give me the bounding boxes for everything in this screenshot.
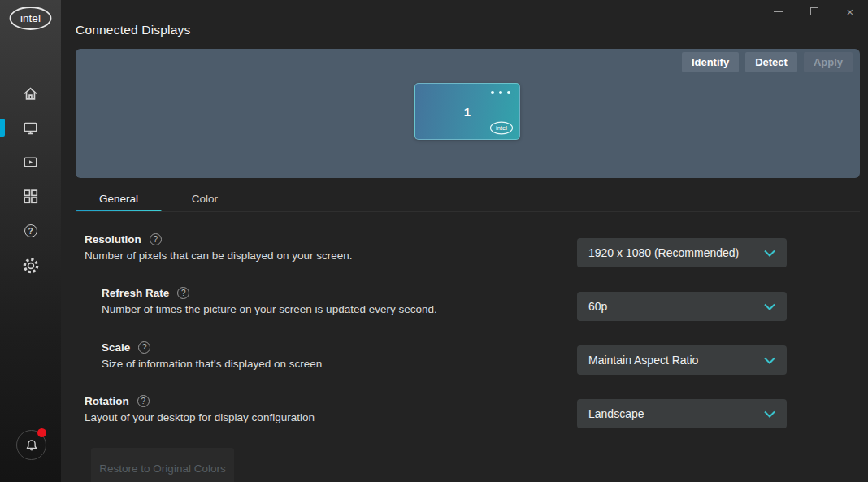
sidebar-item-help[interactable]: ? [0, 214, 61, 248]
active-nav-indicator [0, 119, 5, 137]
chevron-down-icon [764, 410, 775, 418]
intel-graphics-command-center-window: intel ? [0, 0, 868, 482]
tab-bar: General Color [76, 186, 248, 211]
display-preview-panel: Identify Detect Apply 1 intel [76, 49, 860, 178]
rotation-dropdown[interactable]: Landscape [577, 399, 787, 428]
resolution-value: 1920 x 1080 (Recommended) [588, 246, 764, 259]
sidebar-item-settings[interactable] [0, 249, 61, 283]
page-title: Connected Displays [76, 23, 190, 37]
intel-logo-small: intel [489, 121, 514, 135]
svg-text:intel: intel [496, 124, 507, 132]
maximize-icon [810, 7, 818, 15]
display-icon [22, 119, 39, 137]
scale-description: Size of information that's displayed on … [102, 358, 322, 370]
gear-icon [22, 257, 40, 275]
scale-help-icon[interactable]: ? [138, 341, 150, 354]
resolution-setting: Resolution ? Number of pixels that can b… [85, 233, 352, 262]
video-icon [22, 154, 39, 171]
rotation-help-icon[interactable]: ? [137, 395, 150, 407]
scale-label: Scale [102, 341, 130, 354]
minimize-icon [774, 11, 783, 12]
preview-button-group: Identify Detect Apply [682, 52, 853, 72]
refresh-rate-setting: Refresh Rate ? Number of times the pictu… [102, 287, 437, 315]
sidebar: intel ? [0, 0, 61, 482]
sidebar-item-apps[interactable] [0, 179, 61, 213]
rotation-description: Layout of your desktop for display confi… [85, 411, 315, 423]
rotation-label: Rotation [85, 395, 129, 407]
notification-badge [37, 428, 46, 437]
refresh-rate-description: Number of times the picture on your scre… [102, 303, 437, 315]
help-icon: ? [24, 224, 37, 237]
chevron-down-icon [764, 303, 775, 310]
sidebar-item-home[interactable] [0, 76, 61, 111]
restore-original-colors-button[interactable]: Restore to Original Colors [91, 448, 234, 482]
bell-icon [24, 438, 39, 453]
apps-grid-icon [22, 188, 39, 205]
resolution-dropdown[interactable]: 1920 x 1080 (Recommended) [577, 238, 787, 267]
sidebar-item-video[interactable] [0, 145, 61, 179]
refresh-rate-dropdown[interactable]: 60p [577, 292, 787, 321]
rotation-value: Landscape [588, 407, 764, 420]
resolution-description: Number of pixels that can be displayed o… [85, 250, 352, 262]
sidebar-item-displays[interactable] [0, 111, 61, 145]
resolution-help-icon[interactable]: ? [150, 233, 162, 245]
close-button[interactable]: × [832, 0, 868, 23]
identify-button[interactable]: Identify [682, 52, 739, 72]
scale-value: Maintain Aspect Ratio [588, 354, 764, 367]
close-icon: × [847, 6, 854, 18]
display-1-card[interactable]: 1 intel [414, 83, 520, 140]
refresh-rate-label: Refresh Rate [102, 287, 169, 299]
refresh-rate-help-icon[interactable]: ? [177, 287, 189, 299]
refresh-rate-value: 60p [588, 300, 764, 313]
tab-general[interactable]: General [76, 186, 162, 211]
detect-button[interactable]: Detect [745, 52, 797, 72]
intel-logo: intel [8, 4, 53, 33]
scale-dropdown[interactable]: Maintain Aspect Ratio [577, 345, 787, 375]
display-menu-dots-icon[interactable] [491, 91, 510, 94]
rotation-setting: Rotation ? Layout of your desktop for di… [85, 395, 315, 423]
chevron-down-icon [764, 357, 775, 364]
maximize-button[interactable] [796, 0, 832, 23]
svg-text:intel: intel [20, 12, 41, 24]
apply-button[interactable]: Apply [804, 52, 853, 72]
minimize-button[interactable] [761, 0, 796, 23]
scale-setting: Scale ? Size of information that's displ… [102, 341, 322, 370]
home-icon [22, 85, 39, 102]
chevron-down-icon [764, 250, 775, 257]
resolution-label: Resolution [85, 233, 141, 245]
tab-divider [76, 211, 860, 212]
window-controls: × [761, 0, 868, 23]
tab-color[interactable]: Color [162, 186, 248, 211]
display-number: 1 [415, 105, 519, 119]
